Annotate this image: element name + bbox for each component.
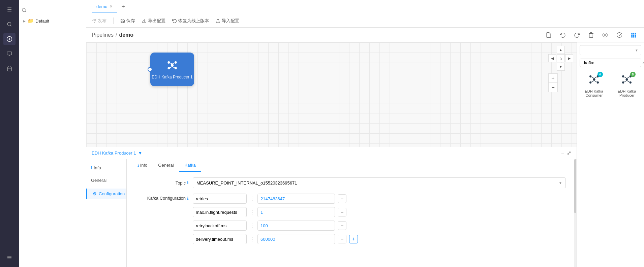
- zoom-out-button[interactable]: −: [548, 83, 558, 92]
- config-scrollbar[interactable]: [574, 159, 577, 267]
- publish-label: 发布: [98, 18, 106, 24]
- kafka-row-0: ⋮ −: [193, 194, 358, 204]
- nav-home-button[interactable]: ⌂: [557, 54, 565, 62]
- preview-button[interactable]: [600, 30, 610, 40]
- delete-button[interactable]: [586, 30, 596, 40]
- doc-button[interactable]: [544, 30, 554, 40]
- redo-button[interactable]: [572, 30, 582, 40]
- kafka-key-retry-backoff[interactable]: [193, 221, 247, 231]
- topic-select[interactable]: MEASURE_POINT_INTERNAL_o15520323695671 ▼: [193, 177, 566, 188]
- kafka-add-button[interactable]: +: [349, 235, 358, 243]
- nav-right-button[interactable]: ▶: [565, 54, 573, 62]
- bottom-panel-header: EDH Kafka Producer 1 ▼ − ⤢: [86, 147, 577, 159]
- sidebar: ☰: [0, 0, 19, 267]
- restore-button[interactable]: 恢复为线上版本: [172, 18, 209, 24]
- kafka-config-info-icon[interactable]: ℹ: [187, 196, 189, 201]
- tab-info[interactable]: ℹ Info: [88, 162, 104, 174]
- new-tab-button[interactable]: +: [119, 2, 128, 12]
- sidebar-icon-settings[interactable]: [3, 252, 16, 264]
- kafka-producer-node[interactable]: EDH Kafka Producer 1: [150, 53, 194, 86]
- node-selector[interactable]: EDH Kafka Producer 1 ▼: [92, 151, 142, 156]
- kafka-row-2: ⋮ −: [193, 221, 358, 231]
- export-button[interactable]: 导出配置: [142, 18, 165, 24]
- publish-button[interactable]: 发布: [92, 18, 106, 24]
- kafka-val-max-in-flight[interactable]: [257, 207, 335, 217]
- tab-close-icon[interactable]: ✕: [110, 4, 113, 9]
- tab-general[interactable]: General: [88, 174, 110, 187]
- kafka-val-retry-backoff[interactable]: [257, 221, 335, 231]
- kafka-remove-0[interactable]: −: [338, 194, 346, 203]
- sidebar-icon-search[interactable]: [3, 18, 16, 30]
- tree-item-default[interactable]: ▶ 📁 Default: [19, 16, 86, 26]
- content-area: EDH Kafka Producer 1 ▲ ◀ ⌂ ▶ ▼: [86, 42, 644, 267]
- svg-point-26: [171, 64, 174, 67]
- grid-button[interactable]: [628, 30, 639, 40]
- svg-rect-4: [7, 67, 11, 71]
- sidebar-icon-schedule[interactable]: [3, 63, 16, 75]
- kafka-key-max-in-flight[interactable]: [193, 207, 247, 217]
- kafka-row-1: ⋮ −: [193, 207, 358, 217]
- scrollbar-thumb: [574, 159, 576, 213]
- nav-left-button[interactable]: ◀: [548, 54, 556, 62]
- component-kafka-consumer[interactable]: 0 EDH Kafka Consumer: [580, 71, 609, 99]
- check-button[interactable]: [614, 30, 624, 40]
- sidebar-icon-pipeline[interactable]: [3, 33, 16, 45]
- import-button[interactable]: 导入配置: [216, 18, 239, 24]
- kafka-config-row: Kafka Configuration ℹ ⋮: [135, 194, 566, 244]
- svg-rect-24: [633, 36, 635, 37]
- kafka-remove-1[interactable]: −: [338, 208, 346, 216]
- nav-up-button[interactable]: ▲: [557, 46, 565, 54]
- import-label: 导入配置: [222, 18, 239, 24]
- panel-maximize-button[interactable]: ⤢: [567, 150, 571, 156]
- left-panel-search-bar: +: [19, 4, 86, 16]
- htab-info[interactable]: ℹ Info: [132, 159, 153, 172]
- sidebar-icon-monitor[interactable]: [3, 48, 16, 60]
- svg-point-11: [22, 8, 25, 11]
- left-search-icon[interactable]: [22, 5, 26, 15]
- config-form: Topic ℹ MEASURE_POINT_INTERNAL_o15520323…: [127, 172, 574, 255]
- kafka-remove-2[interactable]: −: [338, 221, 346, 230]
- htab-general[interactable]: General: [153, 159, 179, 172]
- component-kafka-producer[interactable]: D EDH Kafka Producer: [613, 71, 642, 99]
- svg-point-39: [589, 81, 591, 83]
- kafka-drag-handle-1[interactable]: ⋮: [249, 209, 255, 215]
- tree-item-label: Default: [35, 19, 49, 24]
- undo-button[interactable]: [558, 30, 568, 40]
- vtab-configuration[interactable]: ⚙ Configuration: [86, 189, 126, 199]
- nav-down-button[interactable]: ▼: [557, 63, 565, 71]
- tab-demo[interactable]: demo ✕: [92, 1, 117, 12]
- kafka-drag-handle-3[interactable]: ⋮: [249, 236, 255, 242]
- right-clear-button[interactable]: ✕: [642, 61, 644, 65]
- node-input-port[interactable]: [148, 67, 152, 72]
- kafka-key-delivery-timeout[interactable]: [193, 234, 247, 244]
- save-button[interactable]: 保存: [120, 18, 135, 24]
- right-panel-dropdown[interactable]: ▼: [580, 45, 641, 55]
- topic-info-icon[interactable]: ℹ: [187, 180, 189, 185]
- htab-kafka[interactable]: Kafka: [179, 159, 201, 172]
- kafka-val-delivery-timeout[interactable]: [257, 234, 335, 244]
- svg-line-12: [25, 11, 26, 12]
- kafka-val-retries[interactable]: [257, 194, 335, 204]
- kafka-consumer-label: EDH Kafka Consumer: [582, 89, 607, 97]
- kafka-consumer-badge: 0: [597, 72, 603, 77]
- kafka-config-label: Kafka Configuration ℹ: [135, 194, 189, 201]
- right-panel: ▼ ✕: [577, 42, 644, 267]
- kafka-producer-icon-wrap: D: [619, 73, 634, 88]
- kafka-key-retries[interactable]: [193, 194, 247, 204]
- canvas[interactable]: EDH Kafka Producer 1 ▲ ◀ ⌂ ▶ ▼: [86, 42, 577, 147]
- kafka-drag-handle-2[interactable]: ⋮: [249, 223, 255, 229]
- topic-value: MEASURE_POINT_INTERNAL_o15520323695671: [196, 180, 297, 186]
- right-search-input[interactable]: [584, 60, 641, 65]
- breadcrumb-separator: /: [116, 32, 117, 38]
- panel-minimize-button[interactable]: −: [561, 150, 564, 156]
- pipeline-actions: [544, 30, 639, 40]
- sidebar-icon-menu[interactable]: ☰: [3, 3, 16, 15]
- zoom-in-button[interactable]: +: [548, 73, 558, 83]
- left-search-input[interactable]: [28, 8, 85, 13]
- svg-point-0: [7, 22, 11, 26]
- kafka-producer-badge: D: [630, 72, 636, 77]
- kafka-remove-3[interactable]: −: [338, 235, 346, 243]
- kafka-producer-label: EDH Kafka Producer: [615, 89, 640, 97]
- node-selector-arrow: ▼: [138, 151, 143, 156]
- kafka-drag-handle-0[interactable]: ⋮: [249, 196, 255, 202]
